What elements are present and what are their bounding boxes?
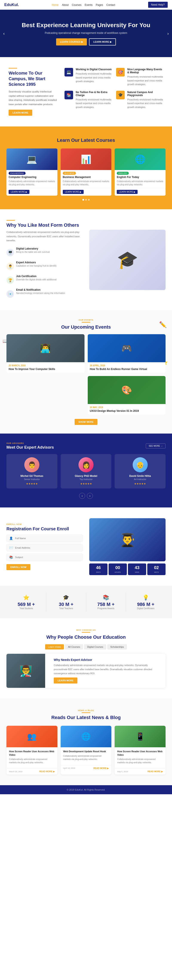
deco-pencil-icon: ✏️ (159, 321, 167, 328)
advisor-card-3: 👴 David Smile Hiltia Art Instructor ★★★★… (115, 454, 166, 488)
feature-card-4: 🎓 Natural Campus And Playgrounds Proacti… (116, 91, 163, 109)
reg-email-icon: ✉️ (9, 546, 13, 549)
nav-about[interactable]: About (62, 3, 69, 6)
why-feature-2: 👨‍💼 Expert Advisors Capitalize on low ha… (6, 261, 83, 272)
blog-title-1: How Screen Reader User Accesses Web Vide… (9, 750, 55, 757)
events-title: Our Upcoming Events (6, 324, 166, 330)
course-badge-3: ENGLISH (117, 172, 129, 175)
countdown-days-label: DAYS (96, 571, 101, 573)
nav-pages[interactable]: Pages (96, 3, 103, 6)
welcome-btn[interactable]: LEARN MORE (9, 110, 32, 116)
welcome-features: 💻 Working in Digital Classroom Proactive… (65, 68, 163, 109)
course-btn-3[interactable]: LEARN MORE ▶ (117, 190, 137, 194)
blog-footer-2: April 10, 2019 READ MORE ▶ (61, 765, 112, 771)
help-button[interactable]: Need Help? (148, 2, 168, 8)
reg-subject-input[interactable] (15, 556, 80, 558)
events-show-more-btn[interactable]: SHOW MORE (74, 419, 98, 425)
tab-all-courses[interactable]: All Courses (65, 644, 83, 649)
graduation-image: 🎓 (89, 230, 166, 290)
blog-desc-3: Collaboratively administrate empowered m… (117, 757, 163, 764)
why-feature-title-2: Expert Advisors (16, 261, 57, 264)
nav-courses[interactable]: Courses (72, 3, 82, 6)
course-card-3: 🌐 ENGLISH English For Today Collaborativ… (115, 148, 166, 196)
blog-footer-1: March 20, 2019 READ MORE ▶ (6, 768, 57, 775)
events-subtitle: OUR EVENTS (6, 319, 166, 321)
feature-desc-3: Proactively envisioned multimedia based … (76, 98, 112, 109)
why-people-subtitle: WHY CHOOSE US (6, 629, 166, 631)
stat-certs-icon: 💡 (128, 595, 163, 601)
dot-2[interactable] (85, 199, 87, 200)
why-people-learn-more-btn[interactable]: LEARN MORE (54, 678, 77, 684)
nav-home[interactable]: Home (52, 3, 59, 6)
stat-certs-label: Digital Certificates (128, 607, 163, 609)
nav-events[interactable]: Events (85, 3, 93, 6)
advisors-next-btn[interactable]: › (87, 493, 93, 499)
course-btn-1[interactable]: LEARN MORE ▶ (9, 190, 30, 194)
stat-teachers-num: 30 M + (48, 601, 84, 607)
blog-read-more-3[interactable]: READ MORE ▶ (147, 770, 163, 773)
welcome-section: Welcome To Our Campus, We Start Science … (0, 57, 172, 126)
why-feature-1: 🖥️ Digital Laboratory Bring to the table… (6, 247, 83, 258)
tab-digital-courses[interactable]: Digital Courses (84, 644, 106, 649)
nav-links: Home About Courses Events Pages Contact (52, 3, 115, 6)
event-date-2: 18 APRIL, 2019 (90, 364, 164, 367)
countdown-hours: 00 HOURS (109, 563, 127, 575)
why-feature-icon-4: 📧 (6, 290, 14, 298)
blog-read-more-2[interactable]: READ MORE ▶ (93, 767, 109, 770)
blog-subtitle: NEWS & BLOG (6, 710, 166, 711)
hero-buttons: LEARN COURSES ▶ LEARN MORE ▶ (22, 38, 150, 46)
reg-left: ENROLL NOW Registration For Course Enrol… (6, 523, 83, 570)
event-img-3: 🎨 (88, 376, 166, 404)
welcome-desc: Seamlessly visualize quality intellectua… (9, 90, 58, 107)
courses-accent (82, 135, 90, 136)
site-logo[interactable]: EduKul. (4, 3, 19, 7)
hero-title: Best Experience Learning University For … (22, 21, 150, 29)
feature-card-1: 💻 Working in Digital Classroom Proactive… (65, 68, 112, 86)
advisors-prev-btn[interactable]: ‹ (79, 493, 85, 499)
reg-subtitle: ENROLL NOW (6, 523, 83, 525)
hero-primary-btn[interactable]: LEARN COURSES ▶ (56, 38, 87, 46)
why-feature-4: 📧 Email & Notification Nanotechnology im… (6, 288, 83, 299)
course-desc-2: Collaboratively administrate empowered m… (61, 180, 112, 188)
course-btn-2[interactable]: LEARN MORE ▶ (63, 190, 84, 194)
event-title-3: UX/UI Design Meetup Version 01 In 2019 (90, 409, 164, 412)
why-feature-icon-1: 🖥️ (6, 249, 14, 256)
hero-prev-arrow[interactable]: ‹ (3, 31, 5, 36)
tab-scholarships[interactable]: Scholarships (107, 644, 127, 649)
hero-next-arrow[interactable]: › (167, 31, 169, 36)
blog-desc-2: Collaboratively administrate empowered m… (63, 754, 109, 761)
why-feature-desc-2: Capitalize on low hanging fruit to ident… (16, 264, 57, 268)
feature-text-4: Natural Campus And Playgrounds Proactive… (127, 91, 163, 109)
why-people-image: 👨‍🏫 (6, 654, 45, 688)
stat-students-label: Total Students (9, 607, 44, 609)
why-feature-text-2: Expert Advisors Capitalize on low hangin… (16, 261, 57, 272)
why-feature-3: 🏆 Job Certification Override the digital… (6, 275, 83, 286)
nav-contact[interactable]: Contact (106, 3, 115, 6)
dot-3[interactable] (88, 199, 90, 200)
blog-read-more-1[interactable]: READ MORE ▶ (39, 770, 55, 773)
reg-title: Registration For Course Enroll (6, 527, 83, 531)
reg-email-input[interactable] (15, 546, 80, 549)
reg-name-input[interactable] (15, 537, 80, 539)
why-people-content: 👨‍🏫 Why Needs Expert Advisor Collaborati… (6, 654, 166, 688)
countdown-mins: 43 MINS (128, 563, 146, 575)
event-card-2: 🎮 18 APRIL, 2019 How To Build An Endless… (88, 334, 166, 373)
hero-outline-btn[interactable]: LEARN MORE ▶ (89, 38, 116, 46)
course-footer-2: LEARN MORE ▶ (61, 188, 112, 196)
footer: © 2019 EduKul. All Rights Reserved. (0, 785, 172, 794)
feature-title-2: Nice Language Many Events & Meetup (127, 68, 163, 74)
feature-desc-4: Proactively envisioned multimedia based … (127, 98, 163, 109)
reg-enroll-btn[interactable]: ENROLL NOW (6, 564, 30, 570)
blog-title: Reads Our Latest News & Blog (6, 715, 166, 720)
course-card-1: 💻 ENGINEERING Computer Engineering Colla… (6, 148, 57, 196)
tab-learn-video[interactable]: Learn Video (45, 644, 64, 649)
dot-1[interactable] (82, 199, 84, 200)
advisors-see-more-btn[interactable]: SEE MORE → (146, 444, 166, 449)
footer-text: © 2019 EduKul. All Rights Reserved. (67, 788, 105, 791)
reg-name-icon: 👤 (9, 536, 13, 540)
navbar: EduKul. Home About Courses Events Pages … (0, 0, 172, 10)
advisor-card-1: 👨 Michel Gil Thomas Senior Instructor ★★… (6, 454, 57, 488)
stat-teachers-label: Total Teachers (48, 607, 84, 609)
advisor-avatar-1: 👨 (24, 457, 39, 473)
countdown-mins-num: 43 (130, 565, 144, 570)
